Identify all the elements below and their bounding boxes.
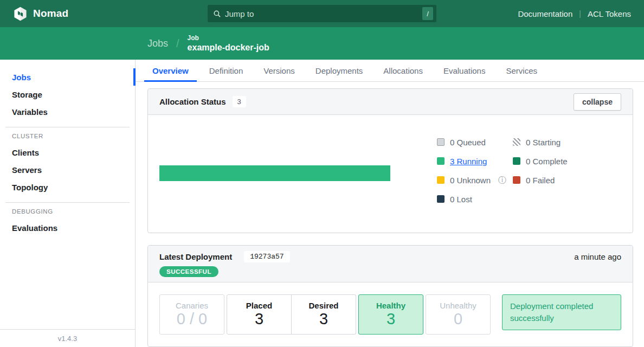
latest-deployment-title: Latest Deployment <box>159 252 232 261</box>
jump-to-search[interactable]: / <box>208 5 436 22</box>
allocation-status-title: Allocation Status <box>159 97 226 106</box>
version-label: v1.4.3 <box>0 329 135 347</box>
documentation-link[interactable]: Documentation <box>518 9 572 18</box>
legend-item-lost: 0 Lost <box>437 194 513 204</box>
running-swatch-icon <box>437 157 445 165</box>
latest-deployment-header: Latest Deployment 19273a57 a minute ago … <box>148 246 633 282</box>
sidebar-item-topology[interactable]: Topology <box>0 178 135 196</box>
tab-overview[interactable]: Overview <box>144 60 197 81</box>
starting-swatch-icon <box>513 138 520 146</box>
metric-canaries: Canaries 0 / 0 <box>159 294 224 335</box>
sidebar-heading-cluster: CLUSTER <box>0 133 135 139</box>
allocation-bar-chart[interactable] <box>159 165 390 181</box>
sidebar-item-variables[interactable]: Variables <box>0 103 135 120</box>
metric-label: Placed <box>246 301 272 310</box>
sidebar-item-evaluations[interactable]: Evaluations <box>0 219 135 236</box>
metric-label: Unhealthy <box>440 301 476 310</box>
tab-deployments[interactable]: Deployments <box>307 60 371 81</box>
legend-item-starting: 0 Starting <box>513 137 568 147</box>
search-input[interactable] <box>225 9 422 18</box>
job-tabbar: Overview Definition Versions Deployments… <box>136 60 644 82</box>
allocation-status-panel: Allocation Status 3 collapse 0 Queued 0 … <box>147 88 633 233</box>
legend-label: 0 Starting <box>526 138 561 147</box>
metric-value: 0 <box>454 311 462 328</box>
navbar-links: Documentation | ACL Tokens <box>518 0 631 27</box>
metric-label: Canaries <box>176 301 208 310</box>
deployment-timestamp: a minute ago <box>574 252 621 261</box>
nomad-logo-icon <box>13 7 28 21</box>
legend-item-queued: 0 Queued <box>437 137 513 147</box>
metric-placed: Placed 3 <box>227 294 292 335</box>
metric-value: 3 <box>387 311 395 328</box>
deployment-message: Deployment completed successfully <box>502 294 621 330</box>
running-allocations-link[interactable]: 3 Running <box>450 157 487 166</box>
allocation-status-header: Allocation Status 3 collapse <box>148 89 633 115</box>
legend-label: 0 Queued <box>450 138 486 147</box>
collapse-button[interactable]: collapse <box>574 93 621 111</box>
breadcrumb-type-label: Job <box>188 34 269 42</box>
metric-healthy: Healthy 3 <box>358 294 423 335</box>
sidebar-item-jobs[interactable]: Jobs <box>0 68 135 86</box>
legend-item-running: 3 Running <box>437 156 513 166</box>
breadcrumb-jobs-link[interactable]: Jobs <box>147 38 168 49</box>
metric-value: 3 <box>319 311 328 328</box>
breadcrumb-slash: / <box>176 37 179 50</box>
top-navbar: Nomad / Documentation | ACL Tokens <box>0 0 644 27</box>
sidebar-divider <box>5 202 130 203</box>
allocation-legend: 0 Queued 0 Starting 3 Running 0 Complete <box>437 137 568 204</box>
sidebar: Jobs Storage Variables CLUSTER Clients S… <box>0 60 136 347</box>
metric-desired: Desired 3 <box>292 294 356 335</box>
tab-evaluations[interactable]: Evaluations <box>435 60 494 81</box>
latest-deployment-panel: Latest Deployment 19273a57 a minute ago … <box>147 245 633 347</box>
metric-value: 3 <box>255 311 263 328</box>
nav-separator: | <box>579 9 581 18</box>
sidebar-item-servers[interactable]: Servers <box>0 161 135 178</box>
nomad-brand[interactable]: Nomad <box>13 7 68 21</box>
search-icon <box>213 10 221 18</box>
main-content: Overview Definition Versions Deployments… <box>136 60 644 347</box>
complete-swatch-icon <box>513 157 520 165</box>
metric-label: Desired <box>308 301 338 310</box>
sidebar-divider <box>5 127 130 127</box>
breadcrumb-job-name: example-docker-job <box>188 42 269 53</box>
legend-item-failed: 0 Failed <box>513 175 568 185</box>
legend-label: 0 Lost <box>450 195 472 204</box>
lost-swatch-icon <box>437 195 445 203</box>
breadcrumb-current[interactable]: Job example-docker-job <box>188 34 269 53</box>
breadcrumb: Jobs / Job example-docker-job <box>0 27 644 60</box>
metric-unhealthy: Unhealthy 0 <box>426 294 491 335</box>
sidebar-item-clients[interactable]: Clients <box>0 144 135 161</box>
latest-deployment-body: Canaries 0 / 0 Placed 3 Desired 3 Health… <box>148 282 633 346</box>
legend-item-complete: 0 Complete <box>513 156 568 166</box>
slash-shortcut-key: / <box>422 7 433 20</box>
sidebar-item-storage[interactable]: Storage <box>0 86 135 103</box>
legend-item-unknown: 0 Unknown ⓘ <box>437 175 513 185</box>
info-icon[interactable]: ⓘ <box>498 175 506 185</box>
tab-versions[interactable]: Versions <box>255 60 303 81</box>
legend-label: 0 Unknown <box>450 176 491 185</box>
acl-tokens-link[interactable]: ACL Tokens <box>588 9 631 18</box>
unknown-swatch-icon <box>437 176 445 184</box>
metric-value: 0 / 0 <box>177 311 207 328</box>
deployment-status-badge: SUCCESSFUL <box>159 266 218 277</box>
legend-label: 0 Failed <box>526 176 555 185</box>
deployment-id-badge: 19273a57 <box>244 251 289 262</box>
tab-allocations[interactable]: Allocations <box>375 60 431 81</box>
queued-swatch-icon <box>437 138 445 146</box>
metric-label: Healthy <box>376 301 405 310</box>
allocation-status-body: 0 Queued 0 Starting 3 Running 0 Complete <box>148 115 633 233</box>
legend-label: 0 Complete <box>526 157 568 166</box>
tab-services[interactable]: Services <box>498 60 545 81</box>
failed-swatch-icon <box>513 176 520 184</box>
sidebar-heading-debugging: DEBUGGING <box>0 208 135 215</box>
brand-name: Nomad <box>33 8 68 20</box>
allocation-count-badge: 3 <box>233 96 246 107</box>
tab-definition[interactable]: Definition <box>201 60 252 81</box>
